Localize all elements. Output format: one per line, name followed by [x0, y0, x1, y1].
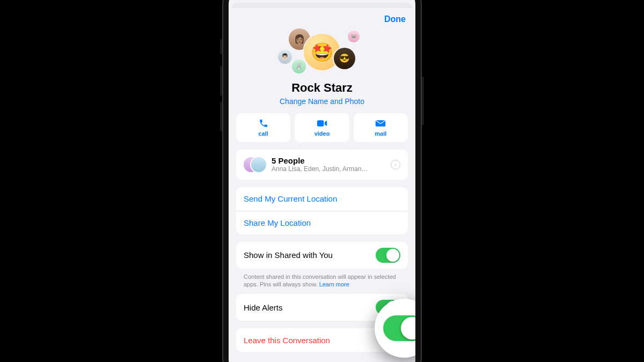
group-name: Rock Starz: [229, 81, 415, 95]
mail-label: mail: [375, 130, 386, 137]
change-name-photo-link[interactable]: Change Name and Photo: [229, 97, 415, 106]
phone-icon: [259, 118, 268, 129]
sheet-header: Done: [229, 8, 415, 26]
location-card: Send My Current Location Share My Locati…: [236, 187, 408, 234]
video-icon: [317, 118, 327, 129]
power-button: [422, 77, 424, 125]
member-avatar: 🐰: [292, 60, 306, 73]
sheet-background-peek: [232, 3, 412, 8]
people-card[interactable]: 5 People Anna Lisa, Eden, Justin, Arman……: [236, 150, 408, 180]
people-count: 5 People: [272, 156, 391, 165]
people-row[interactable]: 5 People Anna Lisa, Eden, Justin, Arman……: [236, 150, 408, 180]
show-in-shared-label: Show in Shared with You: [244, 250, 333, 260]
screen: 9:41 Done 👩🏽 👨🏻 🐰 🤩 🐭 😎 Rock Starz C: [229, 0, 415, 362]
mute-switch: [220, 39, 222, 54]
video-button[interactable]: video: [295, 113, 349, 142]
video-label: video: [314, 130, 330, 137]
hide-alerts-toggle-magnified[interactable]: [383, 315, 415, 341]
phone-frame: 9:41 Done 👩🏽 👨🏻 🐰 🤩 🐭 😎 Rock Starz C: [222, 0, 422, 362]
call-button[interactable]: call: [236, 113, 290, 142]
mail-button[interactable]: mail: [354, 113, 408, 142]
share-my-location-button[interactable]: Share My Location: [236, 211, 408, 234]
member-avatar: 🐭: [348, 31, 360, 42]
show-in-shared-row: Show in Shared with You: [236, 242, 408, 269]
svg-rect-0: [317, 120, 324, 127]
member-avatar: 👨🏻: [278, 50, 292, 64]
hide-alerts-label: Hide Alerts: [244, 303, 283, 312]
mail-icon: [375, 118, 386, 129]
learn-more-link[interactable]: Learn more: [319, 281, 349, 287]
volume-down-button: [220, 101, 222, 131]
group-avatar-cluster: 👩🏽 👨🏻 🐰 🤩 🐭 😎: [229, 26, 415, 80]
done-button[interactable]: Done: [384, 14, 406, 24]
show-in-shared-toggle[interactable]: [376, 248, 400, 263]
chevron-right-icon: ›: [391, 160, 400, 169]
volume-up-button: [220, 66, 222, 96]
people-names: Anna Lisa, Eden, Justin, Arman…: [272, 165, 391, 173]
member-avatar: 😎: [334, 48, 355, 69]
group-avatar[interactable]: 🤩: [304, 34, 340, 70]
people-avatars: [244, 156, 267, 174]
call-label: call: [258, 130, 268, 137]
avatar: [251, 157, 266, 172]
shared-with-you-card: Show in Shared with You: [236, 242, 408, 269]
action-row: call video mail: [229, 113, 415, 150]
send-current-location-button[interactable]: Send My Current Location: [236, 187, 408, 211]
shared-footnote: Content shared in this conversation will…: [229, 273, 415, 294]
